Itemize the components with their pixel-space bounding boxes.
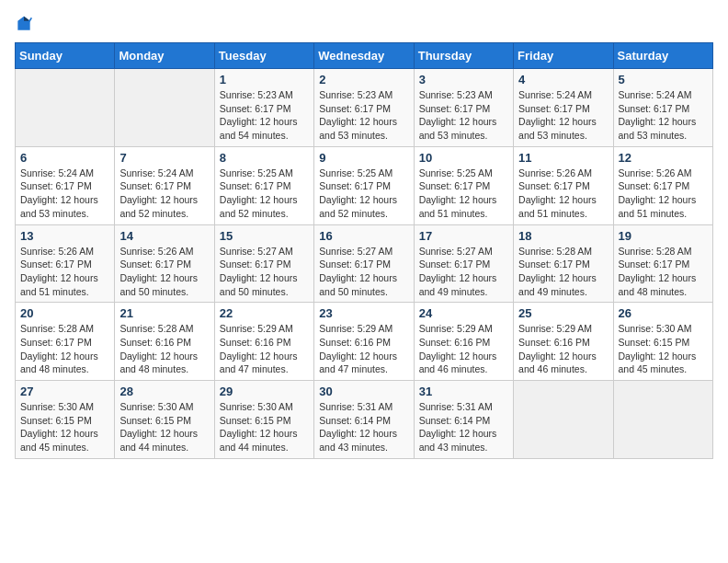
calendar-cell: 11Sunrise: 5:26 AM Sunset: 6:17 PM Dayli… xyxy=(514,146,613,224)
day-info: Sunrise: 5:30 AM Sunset: 6:15 PM Dayligh… xyxy=(119,400,209,454)
day-info: Sunrise: 5:29 AM Sunset: 6:16 PM Dayligh… xyxy=(518,322,608,376)
calendar-cell: 27Sunrise: 5:30 AM Sunset: 6:15 PM Dayli… xyxy=(16,381,115,459)
day-info: Sunrise: 5:30 AM Sunset: 6:15 PM Dayligh… xyxy=(20,400,109,454)
day-info: Sunrise: 5:28 AM Sunset: 6:17 PM Dayligh… xyxy=(619,245,708,299)
day-info: Sunrise: 5:25 AM Sunset: 6:17 PM Dayligh… xyxy=(220,167,309,221)
day-number: 27 xyxy=(20,385,109,398)
day-number: 20 xyxy=(20,306,109,320)
calendar-table: SundayMondayTuesdayWednesdayThursdayFrid… xyxy=(15,42,713,459)
day-info: Sunrise: 5:23 AM Sunset: 6:17 PM Dayligh… xyxy=(419,88,508,143)
day-number: 30 xyxy=(319,385,408,398)
calendar-cell: 13Sunrise: 5:26 AM Sunset: 6:17 PM Dayli… xyxy=(16,224,115,303)
calendar-cell: 5Sunrise: 5:24 AM Sunset: 6:17 PM Daylig… xyxy=(613,69,712,147)
calendar-cell: 10Sunrise: 5:25 AM Sunset: 6:17 PM Dayli… xyxy=(414,146,513,224)
weekday-header-sunday: Sunday xyxy=(16,43,115,69)
day-number: 22 xyxy=(220,306,309,320)
calendar-cell: 12Sunrise: 5:26 AM Sunset: 6:17 PM Dayli… xyxy=(613,146,712,224)
day-info: Sunrise: 5:24 AM Sunset: 6:17 PM Dayligh… xyxy=(619,88,708,143)
day-number: 24 xyxy=(419,306,508,320)
weekday-header-monday: Monday xyxy=(115,43,214,69)
calendar-cell: 19Sunrise: 5:28 AM Sunset: 6:17 PM Dayli… xyxy=(613,224,712,303)
day-info: Sunrise: 5:27 AM Sunset: 6:17 PM Dayligh… xyxy=(220,245,309,299)
calendar-cell: 15Sunrise: 5:27 AM Sunset: 6:17 PM Dayli… xyxy=(214,224,313,303)
day-number: 1 xyxy=(220,73,309,86)
day-info: Sunrise: 5:31 AM Sunset: 6:14 PM Dayligh… xyxy=(319,400,408,454)
logo xyxy=(15,15,37,33)
day-info: Sunrise: 5:25 AM Sunset: 6:17 PM Dayligh… xyxy=(319,167,408,221)
calendar-week-row: 13Sunrise: 5:26 AM Sunset: 6:17 PM Dayli… xyxy=(16,224,713,303)
day-number: 9 xyxy=(319,151,408,165)
day-info: Sunrise: 5:30 AM Sunset: 6:15 PM Dayligh… xyxy=(619,322,708,376)
calendar-week-row: 20Sunrise: 5:28 AM Sunset: 6:17 PM Dayli… xyxy=(16,303,713,381)
calendar-cell: 26Sunrise: 5:30 AM Sunset: 6:15 PM Dayli… xyxy=(613,303,712,381)
day-number: 19 xyxy=(619,229,708,243)
day-number: 25 xyxy=(518,306,608,320)
day-info: Sunrise: 5:29 AM Sunset: 6:16 PM Dayligh… xyxy=(419,322,508,376)
calendar-cell: 30Sunrise: 5:31 AM Sunset: 6:14 PM Dayli… xyxy=(314,381,414,459)
calendar-cell: 7Sunrise: 5:24 AM Sunset: 6:17 PM Daylig… xyxy=(115,146,214,224)
calendar-cell: 23Sunrise: 5:29 AM Sunset: 6:16 PM Dayli… xyxy=(314,303,414,381)
calendar-cell: 18Sunrise: 5:28 AM Sunset: 6:17 PM Dayli… xyxy=(514,224,613,303)
day-number: 3 xyxy=(419,73,508,86)
day-number: 23 xyxy=(319,306,408,320)
day-info: Sunrise: 5:24 AM Sunset: 6:17 PM Dayligh… xyxy=(119,167,209,221)
calendar-cell: 14Sunrise: 5:26 AM Sunset: 6:17 PM Dayli… xyxy=(115,224,214,303)
day-info: Sunrise: 5:23 AM Sunset: 6:17 PM Dayligh… xyxy=(319,88,408,143)
calendar-cell: 21Sunrise: 5:28 AM Sunset: 6:16 PM Dayli… xyxy=(115,303,214,381)
calendar-cell xyxy=(16,69,115,147)
day-info: Sunrise: 5:24 AM Sunset: 6:17 PM Dayligh… xyxy=(518,88,608,143)
calendar-week-row: 27Sunrise: 5:30 AM Sunset: 6:15 PM Dayli… xyxy=(16,381,713,459)
day-info: Sunrise: 5:27 AM Sunset: 6:17 PM Dayligh… xyxy=(419,245,508,299)
calendar-cell: 3Sunrise: 5:23 AM Sunset: 6:17 PM Daylig… xyxy=(414,69,513,147)
day-number: 6 xyxy=(20,151,109,165)
calendar-week-row: 1Sunrise: 5:23 AM Sunset: 6:17 PM Daylig… xyxy=(16,69,713,147)
day-info: Sunrise: 5:24 AM Sunset: 6:17 PM Dayligh… xyxy=(20,167,109,221)
calendar-cell: 8Sunrise: 5:25 AM Sunset: 6:17 PM Daylig… xyxy=(214,146,313,224)
day-number: 21 xyxy=(119,306,209,320)
day-number: 16 xyxy=(319,229,408,243)
day-number: 28 xyxy=(119,385,209,398)
day-number: 13 xyxy=(20,229,109,243)
calendar-cell: 29Sunrise: 5:30 AM Sunset: 6:15 PM Dayli… xyxy=(214,381,313,459)
day-number: 29 xyxy=(220,385,309,398)
calendar-cell xyxy=(613,381,712,459)
calendar-cell: 28Sunrise: 5:30 AM Sunset: 6:15 PM Dayli… xyxy=(115,381,214,459)
weekday-header-row: SundayMondayTuesdayWednesdayThursdayFrid… xyxy=(16,43,713,69)
calendar-cell: 20Sunrise: 5:28 AM Sunset: 6:17 PM Dayli… xyxy=(16,303,115,381)
day-info: Sunrise: 5:26 AM Sunset: 6:17 PM Dayligh… xyxy=(20,245,109,299)
weekday-header-wednesday: Wednesday xyxy=(314,43,414,69)
day-number: 11 xyxy=(518,151,608,165)
calendar-cell: 16Sunrise: 5:27 AM Sunset: 6:17 PM Dayli… xyxy=(314,224,414,303)
day-info: Sunrise: 5:26 AM Sunset: 6:17 PM Dayligh… xyxy=(119,245,209,299)
weekday-header-saturday: Saturday xyxy=(613,43,712,69)
day-number: 18 xyxy=(518,229,608,243)
page-header xyxy=(15,15,713,33)
weekday-header-tuesday: Tuesday xyxy=(214,43,313,69)
calendar-cell xyxy=(514,381,613,459)
day-info: Sunrise: 5:31 AM Sunset: 6:14 PM Dayligh… xyxy=(419,400,508,454)
day-number: 15 xyxy=(220,229,309,243)
day-number: 5 xyxy=(619,73,708,86)
day-number: 7 xyxy=(119,151,209,165)
calendar-week-row: 6Sunrise: 5:24 AM Sunset: 6:17 PM Daylig… xyxy=(16,146,713,224)
day-number: 8 xyxy=(220,151,309,165)
day-info: Sunrise: 5:28 AM Sunset: 6:17 PM Dayligh… xyxy=(20,322,109,376)
day-number: 26 xyxy=(619,306,708,320)
day-number: 31 xyxy=(419,385,508,398)
calendar-cell: 17Sunrise: 5:27 AM Sunset: 6:17 PM Dayli… xyxy=(414,224,513,303)
day-info: Sunrise: 5:29 AM Sunset: 6:16 PM Dayligh… xyxy=(319,322,408,376)
calendar-cell: 9Sunrise: 5:25 AM Sunset: 6:17 PM Daylig… xyxy=(314,146,414,224)
calendar-cell: 31Sunrise: 5:31 AM Sunset: 6:14 PM Dayli… xyxy=(414,381,513,459)
calendar-cell: 24Sunrise: 5:29 AM Sunset: 6:16 PM Dayli… xyxy=(414,303,513,381)
day-number: 17 xyxy=(419,229,508,243)
day-info: Sunrise: 5:27 AM Sunset: 6:17 PM Dayligh… xyxy=(319,245,408,299)
day-info: Sunrise: 5:28 AM Sunset: 6:17 PM Dayligh… xyxy=(518,245,608,299)
logo-icon xyxy=(15,15,33,33)
calendar-cell: 2Sunrise: 5:23 AM Sunset: 6:17 PM Daylig… xyxy=(314,69,414,147)
weekday-header-friday: Friday xyxy=(514,43,613,69)
weekday-header-thursday: Thursday xyxy=(414,43,513,69)
day-number: 4 xyxy=(518,73,608,86)
day-info: Sunrise: 5:26 AM Sunset: 6:17 PM Dayligh… xyxy=(518,167,608,221)
calendar-cell: 4Sunrise: 5:24 AM Sunset: 6:17 PM Daylig… xyxy=(514,69,613,147)
day-number: 12 xyxy=(619,151,708,165)
